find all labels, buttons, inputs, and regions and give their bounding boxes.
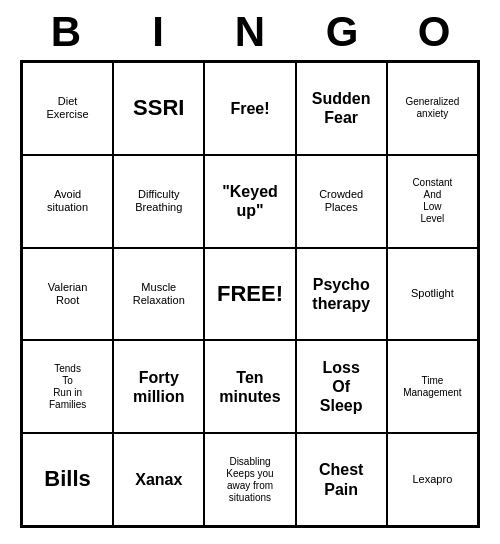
cell-text-7: "Keyed up" [222, 182, 278, 220]
cell-text-21: Xanax [135, 470, 182, 489]
bingo-cell-23: Chest Pain [296, 433, 387, 526]
cell-text-6: Difficulty Breathing [135, 188, 182, 214]
bingo-cell-6: Difficulty Breathing [113, 155, 204, 248]
title-letter-i: I [128, 8, 188, 56]
cell-text-3: Sudden Fear [312, 89, 371, 127]
bingo-cell-7: "Keyed up" [204, 155, 295, 248]
bingo-cell-5: Avoid situation [22, 155, 113, 248]
title-letter-b: B [36, 8, 96, 56]
bingo-cell-4: Generalized anxiety [387, 62, 478, 155]
cell-text-17: Ten minutes [219, 368, 280, 406]
cell-text-20: Bills [44, 466, 90, 492]
bingo-cell-11: Muscle Relaxation [113, 248, 204, 341]
cell-text-10: Valerian Root [48, 281, 88, 307]
cell-text-0: Diet Exercise [47, 95, 89, 121]
cell-text-23: Chest Pain [319, 460, 363, 498]
cell-text-11: Muscle Relaxation [133, 281, 185, 307]
title-letter-g: G [312, 8, 372, 56]
cell-text-9: Constant And Low Level [412, 177, 452, 225]
cell-text-13: Psycho therapy [312, 275, 370, 313]
bingo-cell-3: Sudden Fear [296, 62, 387, 155]
title-letter-o: O [404, 8, 464, 56]
bingo-cell-2: Free! [204, 62, 295, 155]
cell-text-15: Tends To Run in Families [49, 363, 86, 411]
cell-text-4: Generalized anxiety [405, 96, 459, 120]
cell-text-24: Lexapro [413, 473, 453, 486]
bingo-cell-18: Loss Of Sleep [296, 340, 387, 433]
bingo-cell-19: Time Management [387, 340, 478, 433]
cell-text-19: Time Management [403, 375, 461, 399]
cell-text-1: SSRI [133, 95, 184, 121]
cell-text-12: FREE! [217, 281, 283, 307]
cell-text-22: Disabling Keeps you away from situations [226, 456, 273, 504]
cell-text-5: Avoid situation [47, 188, 88, 214]
bingo-cell-15: Tends To Run in Families [22, 340, 113, 433]
bingo-grid: Diet ExerciseSSRIFree!Sudden FearGeneral… [20, 60, 480, 528]
bingo-cell-22: Disabling Keeps you away from situations [204, 433, 295, 526]
title-letter-n: N [220, 8, 280, 56]
bingo-title: B I N G O [20, 0, 480, 60]
bingo-cell-10: Valerian Root [22, 248, 113, 341]
bingo-cell-21: Xanax [113, 433, 204, 526]
cell-text-2: Free! [230, 99, 269, 118]
cell-text-18: Loss Of Sleep [320, 358, 363, 416]
bingo-cell-14: Spotlight [387, 248, 478, 341]
cell-text-8: Crowded Places [319, 188, 363, 214]
bingo-cell-9: Constant And Low Level [387, 155, 478, 248]
bingo-cell-20: Bills [22, 433, 113, 526]
bingo-cell-24: Lexapro [387, 433, 478, 526]
bingo-cell-8: Crowded Places [296, 155, 387, 248]
cell-text-14: Spotlight [411, 287, 454, 300]
bingo-cell-17: Ten minutes [204, 340, 295, 433]
bingo-cell-13: Psycho therapy [296, 248, 387, 341]
bingo-cell-12: FREE! [204, 248, 295, 341]
bingo-cell-1: SSRI [113, 62, 204, 155]
bingo-cell-0: Diet Exercise [22, 62, 113, 155]
bingo-cell-16: Forty million [113, 340, 204, 433]
cell-text-16: Forty million [133, 368, 185, 406]
